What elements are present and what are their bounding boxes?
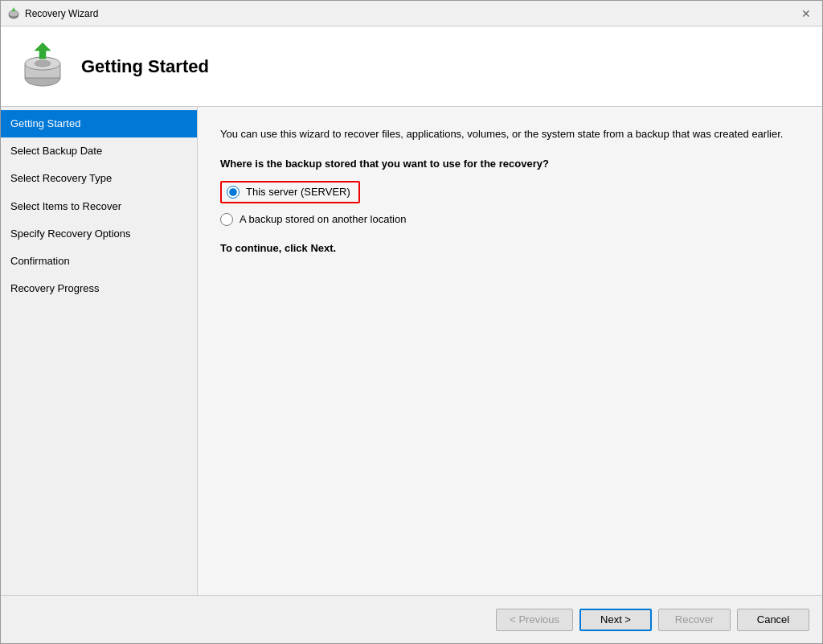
content-area: Getting Started Select Backup Date Selec… (1, 107, 822, 595)
title-bar: Recovery Wizard ✕ (1, 1, 822, 27)
sidebar-item-specify-recovery-options[interactable]: Specify Recovery Options (1, 220, 197, 248)
continue-text: To continue, click Next. (220, 242, 800, 254)
next-button[interactable]: Next > (579, 609, 652, 631)
title-bar-left: Recovery Wizard (7, 7, 98, 20)
close-button[interactable]: ✕ (796, 4, 816, 23)
sidebar-item-select-items-to-recover[interactable]: Select Items to Recover (1, 193, 197, 220)
sidebar-item-confirmation[interactable]: Confirmation (1, 248, 197, 275)
svg-point-1 (9, 10, 18, 17)
wizard-icon (17, 41, 68, 92)
main-content: You can use this wizard to recover files… (198, 107, 822, 595)
question-text: Where is the backup stored that you want… (220, 158, 800, 170)
description-text: You can use this wizard to recover files… (220, 126, 800, 143)
titlebar-icon (7, 7, 20, 20)
sidebar-item-getting-started[interactable]: Getting Started (1, 110, 197, 137)
recover-button[interactable]: Recover (658, 609, 731, 631)
sidebar: Getting Started Select Backup Date Selec… (1, 107, 198, 595)
cancel-button[interactable]: Cancel (737, 609, 809, 631)
svg-marker-8 (35, 43, 51, 59)
sidebar-item-select-recovery-type[interactable]: Select Recovery Type (1, 165, 197, 192)
radio-this-server-label: This server (SERVER) (246, 186, 350, 198)
sidebar-item-select-backup-date[interactable]: Select Backup Date (1, 137, 197, 165)
radio-another-location-label: A backup stored on another location (240, 213, 406, 225)
svg-point-7 (35, 60, 51, 67)
option-another-location[interactable]: A backup stored on another location (220, 213, 800, 226)
window-title: Recovery Wizard (25, 8, 98, 19)
svg-marker-3 (12, 7, 15, 10)
header-title: Getting Started (81, 56, 209, 77)
footer: < Previous Next > Recover Cancel (1, 595, 822, 643)
option-this-server[interactable]: This server (SERVER) (220, 181, 360, 203)
previous-button[interactable]: < Previous (496, 609, 573, 631)
radio-another-location[interactable] (220, 213, 233, 226)
sidebar-item-recovery-progress[interactable]: Recovery Progress (1, 275, 197, 302)
recovery-wizard-window: Recovery Wizard ✕ Getting Started Gettin… (0, 0, 823, 644)
radio-this-server[interactable] (227, 186, 240, 199)
header-area: Getting Started (1, 27, 822, 107)
